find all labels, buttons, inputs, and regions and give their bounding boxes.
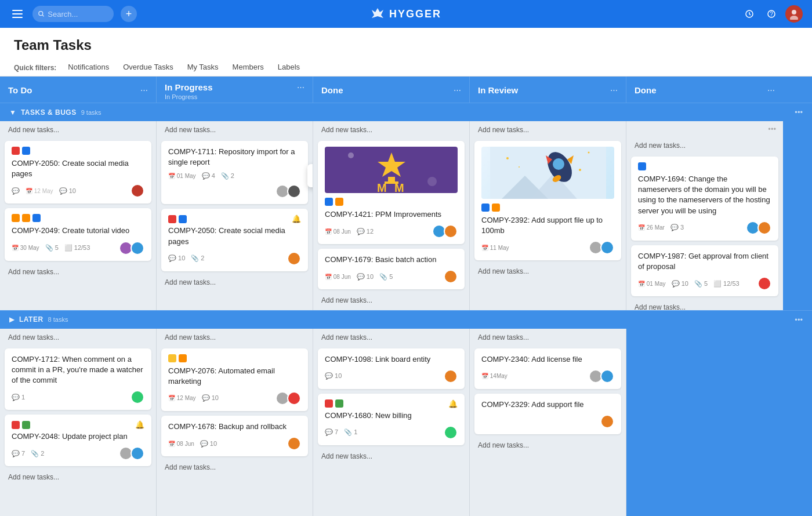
card-compy-1098[interactable]: COMPY-1098: Link board entity 💬 10 bbox=[318, 348, 465, 389]
col-header-inreview: In Review ⋯ bbox=[470, 77, 626, 103]
tag-green-1680 bbox=[335, 399, 343, 408]
avatar-1987-1 bbox=[757, 277, 771, 290]
card-compy-1712[interactable]: COMPY-1712: When comment on a commit in … bbox=[5, 348, 151, 410]
card-compy-2076[interactable]: COMPY-2076: Automated email marketing 📅 … bbox=[161, 348, 308, 411]
card-compy-1678[interactable]: COMPY-1678: Backup and rollback 📅 08 Jun… bbox=[161, 416, 308, 456]
card-title-2048: COMPY-2048: Update project plan bbox=[12, 431, 144, 442]
user-avatar[interactable] bbox=[785, 5, 803, 23]
card-title-1711: COMPY-1711: Repository import for a sing… bbox=[168, 147, 301, 168]
card-compy-1679[interactable]: COMPY-1679: Basic batch action 📅 08 Jun … bbox=[318, 249, 465, 289]
card-compy-2050b[interactable]: 🔔 COMPY-2050: Create social media pages … bbox=[161, 209, 308, 271]
card-compy-2048[interactable]: 🔔 COMPY-2048: Update project plan 💬 7 📎 … bbox=[5, 415, 151, 466]
card-avatars-1098 bbox=[444, 369, 458, 383]
add-task-inprogress-later-bottom[interactable]: Add new tasks... bbox=[157, 459, 313, 476]
add-task-inreview-later-1[interactable]: Add new tasks... bbox=[470, 329, 626, 346]
avatar-2076-2 bbox=[287, 391, 301, 405]
group-toggle-later[interactable]: ▶ bbox=[9, 315, 14, 324]
tag-green-2048 bbox=[22, 421, 30, 429]
tag-blue-1421 bbox=[325, 198, 333, 206]
card-meta-2050b: 💬 10 📎 2 bbox=[168, 255, 204, 262]
add-button[interactable]: + bbox=[121, 6, 137, 22]
hamburger-icon[interactable] bbox=[9, 6, 26, 22]
card-avatars-2048 bbox=[119, 446, 144, 460]
add-task-done-bottom[interactable]: Add new tasks... bbox=[313, 292, 469, 309]
card-tags-2392 bbox=[481, 204, 614, 212]
filter-members[interactable]: Members bbox=[226, 59, 271, 76]
add-task-inprogress-later-1[interactable]: Add new tasks... bbox=[157, 329, 313, 346]
tag-orange2 bbox=[22, 214, 30, 222]
add-task-todo-bottom[interactable]: Add new tasks... bbox=[0, 263, 156, 281]
add-task-done-later-bottom[interactable]: Add new tasks... bbox=[313, 448, 469, 465]
inprogress-later-column: Add new tasks... COMPY-2076: Automated e… bbox=[157, 329, 313, 517]
tag-orange bbox=[12, 214, 20, 222]
svg-point-30 bbox=[579, 169, 581, 171]
card-avatars-1679 bbox=[444, 270, 458, 284]
search-bar[interactable] bbox=[32, 6, 114, 22]
group-dots-later[interactable]: ••• bbox=[795, 315, 803, 324]
add-task-todo-later-bottom[interactable]: Add new tasks... bbox=[0, 468, 156, 486]
col-menu-inprogress[interactable]: ⋯ bbox=[297, 83, 304, 92]
card-title-2049: COMPY-2049: Create tutorial video bbox=[12, 226, 144, 236]
card-meta-1712: 💬 1 bbox=[12, 394, 25, 401]
card-compy-2329[interactable]: COMPY-2329: Add support file bbox=[474, 394, 621, 434]
add-task-inprogress-bottom[interactable]: Add new tasks... bbox=[157, 274, 313, 291]
tag-yellow-2076 bbox=[168, 354, 176, 362]
card-compy-1711[interactable]: COMPY-1711: Repository import for a sing… bbox=[161, 141, 308, 204]
group-dots-tasks-bugs[interactable]: ••• bbox=[795, 108, 803, 117]
group-toggle-tasks-bugs[interactable]: ▼ bbox=[9, 108, 16, 117]
svg-text:?: ? bbox=[770, 11, 773, 17]
search-input[interactable] bbox=[48, 10, 108, 19]
add-task-inreview-later-bottom[interactable]: Add new tasks... bbox=[470, 437, 626, 454]
add-task-inreview-bottom[interactable]: Add new tasks... bbox=[470, 263, 626, 280]
help-icon[interactable]: ? bbox=[763, 6, 780, 22]
group-name-later: LATER bbox=[19, 315, 44, 324]
add-task-todo-1[interactable]: Add new tasks... bbox=[0, 121, 156, 139]
card-compy-2049[interactable]: COMPY-2049: Create tutorial video 📅 30 M… bbox=[5, 208, 151, 260]
svg-marker-5 bbox=[372, 8, 383, 18]
card-title-2340: COMPY-2340: Add license file bbox=[481, 354, 614, 365]
card-avatars-2076 bbox=[276, 391, 301, 405]
avatar-1421-2 bbox=[444, 224, 458, 238]
card-compy-2392[interactable]: COMPY-2392: Add support file up to 100mb… bbox=[474, 141, 621, 260]
filter-overdue[interactable]: Overdue Tasks bbox=[116, 59, 180, 76]
card-meta: 💬 📅 12 May 💬 10 bbox=[12, 187, 76, 195]
card-title-1987: COMPY-1987: Get approval from client of … bbox=[638, 251, 771, 272]
card-title-2329: COMPY-2329: Add support file bbox=[481, 399, 614, 410]
filter-notifications[interactable]: Notifications bbox=[61, 59, 116, 76]
avatar-1098-1 bbox=[444, 369, 458, 383]
done2-dots[interactable]: ••• bbox=[768, 125, 776, 133]
col-menu-inreview[interactable]: ⋯ bbox=[610, 86, 618, 95]
filter-my-tasks[interactable]: My Tasks bbox=[180, 59, 226, 76]
svg-rect-2 bbox=[12, 17, 23, 18]
card-meta-2340: 📅 14May bbox=[481, 373, 507, 379]
tag-blue-2392 bbox=[481, 204, 490, 212]
add-task-done2-bottom[interactable]: Add new tasks... bbox=[626, 299, 783, 310]
inprogress-column-body: Add new tasks... COMPY-1711: Repository … bbox=[157, 121, 313, 310]
card-title-2392: COMPY-2392: Add support file up to 100mb bbox=[481, 215, 614, 236]
add-task-done2-1[interactable]: Add new tasks... bbox=[626, 137, 783, 154]
card-compy-1421[interactable]: M M COMPY-1421: PPM Improvements bbox=[318, 141, 465, 244]
card-compy-2340[interactable]: COMPY-2340: Add license file 📅 14May bbox=[474, 348, 621, 389]
add-task-done-1[interactable]: Add new tasks... bbox=[313, 121, 469, 139]
card-compy-2050[interactable]: COMPY-2050: Create social media pages 💬 … bbox=[5, 141, 151, 204]
card-title-2076: COMPY-2076: Automated email marketing bbox=[168, 366, 301, 387]
avatar-1 bbox=[130, 184, 144, 198]
add-task-todo-later-1[interactable]: Add new tasks... bbox=[0, 329, 156, 346]
card-meta-1098: 💬 10 bbox=[325, 372, 342, 380]
filter-labels[interactable]: Labels bbox=[271, 59, 307, 76]
history-icon[interactable] bbox=[741, 6, 757, 22]
card-footer-2048: 💬 7 📎 2 bbox=[12, 446, 144, 460]
card-compy-1694[interactable]: COMPY-1694: Change the nameservers of th… bbox=[631, 157, 778, 241]
card-compy-1680[interactable]: 🔔 COMPY-1680: New billing 💬 7 📎 1 bbox=[318, 394, 465, 445]
col-menu-done[interactable]: ⋯ bbox=[454, 86, 461, 95]
done2-top-menu: ••• bbox=[626, 121, 783, 137]
col-menu-done2[interactable]: ⋯ bbox=[767, 86, 775, 95]
avatar-1712-1 bbox=[130, 390, 144, 404]
add-task-inreview-1[interactable]: Add new tasks... bbox=[470, 121, 626, 139]
col-menu-todo[interactable]: ⋯ bbox=[140, 86, 148, 95]
add-task-inprogress-1[interactable]: Add new tasks... bbox=[157, 121, 313, 139]
add-task-done-later-1[interactable]: Add new tasks... bbox=[313, 329, 469, 346]
inreview-later-column: Add new tasks... COMPY-2340: Add license… bbox=[470, 329, 626, 517]
card-meta-1679: 📅 08 Jun 💬 10 📎 5 bbox=[325, 273, 393, 281]
card-compy-1987[interactable]: COMPY-1987: Get approval from client of … bbox=[631, 245, 778, 296]
